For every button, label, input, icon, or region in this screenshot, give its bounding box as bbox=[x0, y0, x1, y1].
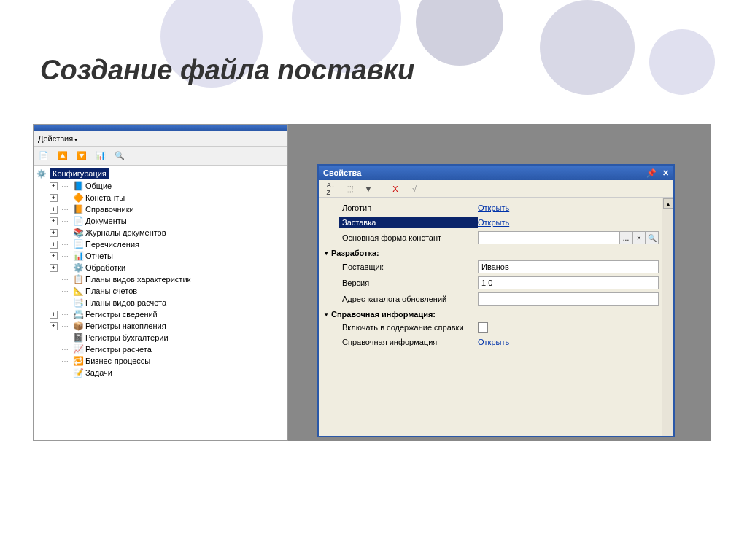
tree-spacer bbox=[50, 369, 58, 377]
tree-connector: ⋯ bbox=[59, 182, 71, 190]
vendor-input[interactable] bbox=[478, 260, 659, 273]
check-icon[interactable]: √ bbox=[409, 183, 420, 195]
tree-item[interactable]: ⋯📈Регистры расчета bbox=[36, 343, 285, 355]
tree-item-icon: 📑 bbox=[72, 298, 84, 308]
tree-item[interactable]: +⋯📄Документы bbox=[36, 215, 285, 227]
toolbar-icon-4[interactable]: 📊 bbox=[95, 150, 107, 162]
prop-row-splash[interactable]: Заставка Открыть bbox=[319, 215, 662, 230]
expand-button[interactable]: + bbox=[50, 252, 58, 260]
expand-button[interactable]: + bbox=[50, 182, 58, 190]
x-icon[interactable]: X bbox=[390, 183, 401, 195]
pin-icon[interactable]: 📌 bbox=[646, 168, 657, 178]
section-help[interactable]: ▾ Справочная информация: bbox=[319, 307, 662, 320]
tree-item-icon: 📘 bbox=[72, 181, 84, 191]
tree-connector: ⋯ bbox=[59, 287, 71, 295]
toolbar-icon-3[interactable]: 🔽 bbox=[76, 150, 88, 162]
scrollbar[interactable]: ▴ bbox=[662, 198, 673, 436]
toolbar-icon-5[interactable]: 🔍 bbox=[114, 150, 125, 162]
tree-item-icon: 📓 bbox=[72, 332, 84, 343]
tree-item[interactable]: +⋯📘Общие bbox=[36, 180, 285, 192]
expand-button[interactable]: + bbox=[50, 241, 58, 249]
tree-item[interactable]: +⋯📙Справочники bbox=[36, 203, 285, 215]
prop-row-include-help[interactable]: Включать в содержание справки bbox=[319, 320, 662, 335]
tree-connector: ⋯ bbox=[59, 334, 71, 342]
expand-button[interactable]: + bbox=[50, 217, 58, 225]
tree-spacer bbox=[50, 357, 58, 365]
tree-item[interactable]: +⋯📇Регистры сведений bbox=[36, 308, 285, 320]
update-url-input[interactable] bbox=[478, 292, 659, 306]
tree-item[interactable]: +⋯🔶Константы bbox=[36, 192, 285, 203]
tree-item-icon: 📐 bbox=[72, 286, 84, 296]
prop-row-update-url[interactable]: Адрес каталога обновлений bbox=[319, 291, 662, 307]
section-development[interactable]: ▾ Разработка: bbox=[319, 246, 662, 259]
close-icon[interactable]: ✕ bbox=[662, 168, 669, 178]
screenshot-area: Действия ▾ 📄 🔼 🔽 📊 🔍 ⚙️ Конфигурация +⋯📘… bbox=[33, 124, 711, 441]
tree-item-label: Регистры накопления bbox=[85, 322, 166, 330]
properties-body: ▴ Логотип Открыть Заставка Открыть Основ… bbox=[319, 198, 673, 436]
include-help-checkbox[interactable] bbox=[478, 322, 488, 332]
tree-item-icon: 📈 bbox=[72, 344, 84, 354]
main-form-input[interactable] bbox=[478, 231, 619, 244]
expand-button[interactable]: + bbox=[50, 229, 58, 237]
open-link-logo[interactable]: Открыть bbox=[478, 203, 509, 212]
prop-row-logo[interactable]: Логотип Открыть bbox=[319, 201, 662, 215]
tree-item-label: Справочники bbox=[85, 205, 134, 214]
prop-row-help-info[interactable]: Справочная информация Открыть bbox=[319, 335, 662, 349]
tree-connector: ⋯ bbox=[59, 311, 71, 319]
tree-item-icon: 📇 bbox=[72, 309, 84, 319]
tree-item-icon: 🔁 bbox=[72, 356, 84, 366]
tree-body: ⚙️ Конфигурация +⋯📘Общие+⋯🔶Константы+⋯📙С… bbox=[34, 166, 287, 440]
filter-icon[interactable]: ▼ bbox=[363, 183, 374, 195]
tree-item[interactable]: +⋯📦Регистры накопления bbox=[36, 320, 285, 332]
expand-button[interactable]: + bbox=[50, 311, 58, 319]
tree-spacer bbox=[50, 346, 58, 354]
tree-spacer bbox=[50, 299, 58, 307]
expand-button[interactable]: + bbox=[50, 264, 58, 272]
tree-item[interactable]: +⋯📃Перечисления bbox=[36, 238, 285, 250]
tree-item-label: Планы видов расчета bbox=[85, 298, 166, 307]
expand-button[interactable]: + bbox=[50, 194, 58, 202]
collapse-arrow-icon: ▾ bbox=[325, 249, 328, 257]
version-input[interactable] bbox=[478, 276, 659, 289]
tree-root-node[interactable]: ⚙️ Конфигурация bbox=[36, 168, 285, 179]
tree-item-icon: 📙 bbox=[72, 204, 84, 214]
tree-connector: ⋯ bbox=[59, 194, 71, 202]
properties-titlebar[interactable]: Свойства 📌 ✕ bbox=[319, 166, 673, 180]
prop-row-vendor[interactable]: Поставщик bbox=[319, 259, 662, 275]
tree-item-label: Задачи bbox=[85, 368, 112, 377]
tree-menu-bar: Действия ▾ bbox=[34, 131, 287, 147]
actions-menu[interactable]: Действия ▾ bbox=[38, 134, 77, 143]
clear-button[interactable]: × bbox=[632, 231, 646, 244]
open-link-help-info[interactable]: Открыть bbox=[478, 338, 509, 346]
tree-item[interactable]: ⋯📝Задачи bbox=[36, 367, 285, 378]
tree-item-icon: 🔶 bbox=[72, 192, 84, 203]
expand-button[interactable]: + bbox=[50, 322, 58, 330]
tree-connector: ⋯ bbox=[59, 252, 71, 260]
sort-az-icon[interactable]: A↓Z bbox=[325, 183, 336, 195]
prop-row-main-form[interactable]: Основная форма констант ... × 🔍 bbox=[319, 230, 662, 246]
tree-item[interactable]: ⋯📋Планы видов характеристик bbox=[36, 273, 285, 285]
tree-item-icon: 📊 bbox=[72, 251, 84, 261]
collapse-arrow-icon: ▾ bbox=[325, 311, 328, 318]
toolbar-icon-2[interactable]: 🔼 bbox=[57, 150, 69, 162]
tree-item[interactable]: +⋯📊Отчеты bbox=[36, 250, 285, 262]
expand-button[interactable]: + bbox=[50, 206, 58, 214]
tree-item[interactable]: +⋯⚙️Обработки bbox=[36, 262, 285, 273]
ellipsis-button[interactable]: ... bbox=[619, 231, 632, 244]
scroll-up-button[interactable]: ▴ bbox=[663, 198, 673, 209]
tree-item[interactable]: ⋯🔁Бизнес-процессы bbox=[36, 355, 285, 367]
search-button[interactable]: 🔍 bbox=[646, 231, 659, 244]
tree-item[interactable]: +⋯📚Журналы документов bbox=[36, 227, 285, 238]
tree-connector: ⋯ bbox=[59, 322, 71, 330]
tree-item-label: Журналы документов bbox=[85, 228, 166, 237]
category-icon[interactable]: ⬚ bbox=[344, 183, 355, 195]
prop-label-version: Версия bbox=[342, 279, 369, 287]
tree-item[interactable]: ⋯📑Планы видов расчета bbox=[36, 297, 285, 308]
toolbar-icon-1[interactable]: 📄 bbox=[38, 150, 50, 162]
tree-titlebar bbox=[34, 125, 287, 131]
tree-item[interactable]: ⋯📐Планы счетов bbox=[36, 285, 285, 297]
tree-item[interactable]: ⋯📓Регистры бухгалтерии bbox=[36, 332, 285, 343]
open-link-splash[interactable]: Открыть bbox=[478, 218, 509, 227]
prop-label-main-form: Основная форма констант bbox=[342, 233, 441, 242]
prop-row-version[interactable]: Версия bbox=[319, 275, 662, 291]
